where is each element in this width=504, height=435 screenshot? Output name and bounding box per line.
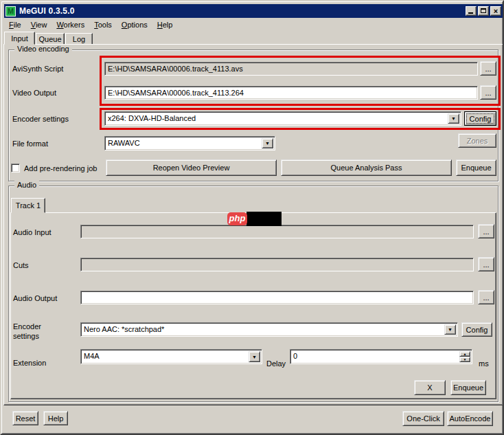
avisynth-script-field[interactable]: E:\HD\SAMSARA\00006.track_4113.avs [104,62,478,76]
delay-unit-label: ms [479,359,489,368]
chevron-down-icon[interactable]: ▼ [249,351,260,362]
watermark-black-box [247,212,282,226]
cuts-field[interactable] [80,258,474,271]
audio-config-button[interactable]: Config [461,322,492,337]
extension-label: Extension [13,359,46,367]
window-controls: × [466,6,501,16]
audio-input-browse-button[interactable]: ... [478,224,494,238]
window-title: MeGUI 0.3.5.0 [19,6,75,16]
audio-input-field[interactable] [80,225,474,238]
video-output-field[interactable]: E:\HD\SAMSARA\00006.track_4113.264 [104,86,478,100]
audio-group-label: Audio [14,181,39,189]
php-watermark-badge: php [227,212,247,225]
video-encoder-settings-select[interactable]: x264: DXVA-HD-Balanced ▼ [104,111,461,126]
video-enqueue-button[interactable]: Enqueue [456,159,496,176]
delay-spinner[interactable]: 0 ▲ ▼ [290,349,472,364]
menu-tools[interactable]: Tools [89,19,117,30]
tab-queue[interactable]: Queue [36,33,65,45]
menu-options[interactable]: Options [117,19,152,30]
video-output-browse-button[interactable]: ... [480,85,496,100]
menu-file[interactable]: File [4,19,26,30]
audio-output-browse-button[interactable]: ... [478,290,494,304]
tab-input[interactable]: Input [4,32,35,45]
close-button[interactable]: × [490,6,501,16]
prerender-label: Add pre-rendering job [24,164,97,172]
avisynth-browse-button[interactable]: ... [480,61,496,76]
spinner-arrows: ▲ ▼ [459,351,470,362]
maximize-icon [481,8,486,13]
menu-view[interactable]: View [26,19,52,30]
tab-log[interactable]: Log [65,33,93,45]
reset-button[interactable]: Reset [12,411,38,425]
zones-button: Zones [458,133,496,148]
title-bar[interactable]: M MeGUI 0.3.5.0 × [4,4,503,18]
video-config-button[interactable]: Config [464,111,496,126]
video-group-label: Video encoding [14,45,72,53]
chevron-down-icon[interactable]: ▼ [262,138,273,148]
cuts-browse-button[interactable]: ... [478,257,494,271]
video-encoder-settings-label: Encoder settings [12,115,69,123]
chevron-down-icon[interactable]: ▼ [448,113,459,124]
video-output-label: Video Output [12,89,56,97]
one-click-button[interactable]: One-Click [402,411,444,426]
help-button[interactable]: Help [43,411,68,425]
megui-window: M MeGUI 0.3.5.0 × File View Workers Tool… [0,0,504,435]
audio-encoder-settings-label: Encoder settings [13,322,56,341]
menu-workers[interactable]: Workers [51,19,89,30]
minimize-icon [468,12,473,14]
audio-output-field[interactable] [80,291,474,304]
tab-track-1[interactable]: Track 1 [11,198,45,213]
reopen-video-preview-button[interactable]: Reopen Video Preview [106,159,277,176]
menu-bar: File View Workers Tools Options Help [4,18,503,32]
audio-input-label: Audio Input [13,228,51,236]
audio-enqueue-button[interactable]: Enqueue [450,380,486,395]
queue-analysis-pass-button[interactable]: Queue Analysis Pass [281,159,452,176]
cuts-label: Cuts [13,261,29,269]
spin-down-icon[interactable]: ▼ [459,357,470,362]
delay-label: Delay [266,359,286,368]
avisynth-script-label: AviSynth Script [12,65,63,73]
chevron-down-icon[interactable]: ▼ [444,324,456,335]
track-1-page [10,212,496,399]
file-format-select[interactable]: RAWAVC ▼ [104,136,275,150]
remove-track-button[interactable]: X [414,380,446,395]
audio-encoder-settings-select[interactable]: Nero AAC: *scratchpad* ▼ [80,322,458,337]
app-icon: M [5,6,16,16]
audio-output-label: Audio Output [13,294,57,302]
spin-up-icon[interactable]: ▲ [459,351,470,357]
prerender-checkbox[interactable] [11,164,20,172]
minimize-button[interactable] [466,6,477,16]
menu-help[interactable]: Help [152,19,178,30]
close-icon: × [491,6,501,16]
extension-select[interactable]: M4A ▼ [80,349,262,364]
maximize-button[interactable] [478,6,489,16]
file-format-label: File format [12,140,48,148]
autoencode-button[interactable]: AutoEncode [447,411,493,426]
